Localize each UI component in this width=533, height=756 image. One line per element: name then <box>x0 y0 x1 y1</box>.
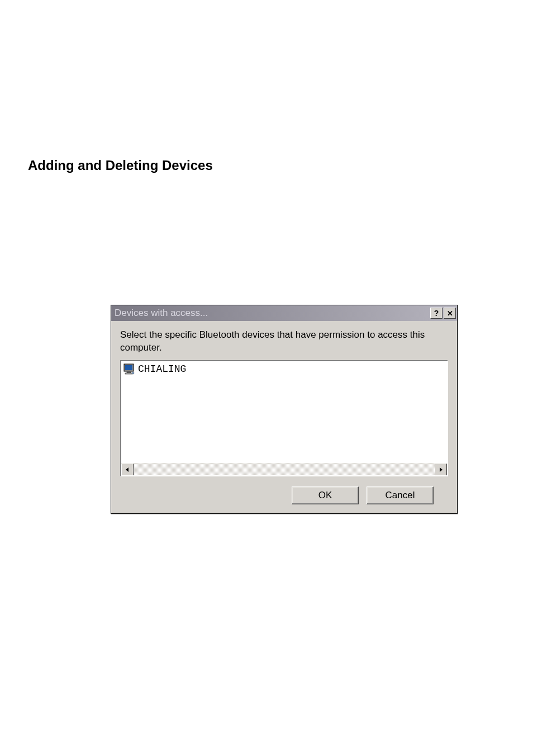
dialog-title: Devices with access... <box>115 308 429 319</box>
horizontal-scrollbar[interactable] <box>121 463 447 475</box>
scroll-left-button[interactable] <box>121 464 134 476</box>
svg-rect-1 <box>125 365 132 370</box>
close-button[interactable]: ✕ <box>444 308 456 319</box>
listbox-content: CHIALING <box>121 361 447 463</box>
computer-icon <box>123 363 136 375</box>
device-listbox[interactable]: CHIALING <box>120 360 448 476</box>
list-item[interactable]: CHIALING <box>121 361 447 377</box>
scroll-right-button[interactable] <box>435 464 447 476</box>
section-heading: Adding and Deleting Devices <box>28 158 213 173</box>
svg-rect-2 <box>127 372 131 373</box>
list-item-label: CHIALING <box>138 363 186 375</box>
triangle-right-icon <box>439 467 443 472</box>
titlebar-buttons: ? ✕ <box>429 308 456 319</box>
ok-button[interactable]: OK <box>292 486 359 504</box>
context-help-button[interactable]: ? <box>430 308 442 319</box>
scroll-track[interactable] <box>134 464 435 475</box>
dialog-button-row: OK Cancel <box>120 486 448 504</box>
triangle-left-icon <box>125 467 130 472</box>
dialog-instruction: Select the specific Bluetooth devices th… <box>120 329 448 355</box>
dialog-body: Select the specific Bluetooth devices th… <box>111 321 457 513</box>
svg-rect-3 <box>125 373 132 374</box>
cancel-button[interactable]: Cancel <box>367 486 434 504</box>
dialog-titlebar: Devices with access... ? ✕ <box>111 305 457 321</box>
devices-with-access-dialog: Devices with access... ? ✕ Select the sp… <box>111 305 458 514</box>
